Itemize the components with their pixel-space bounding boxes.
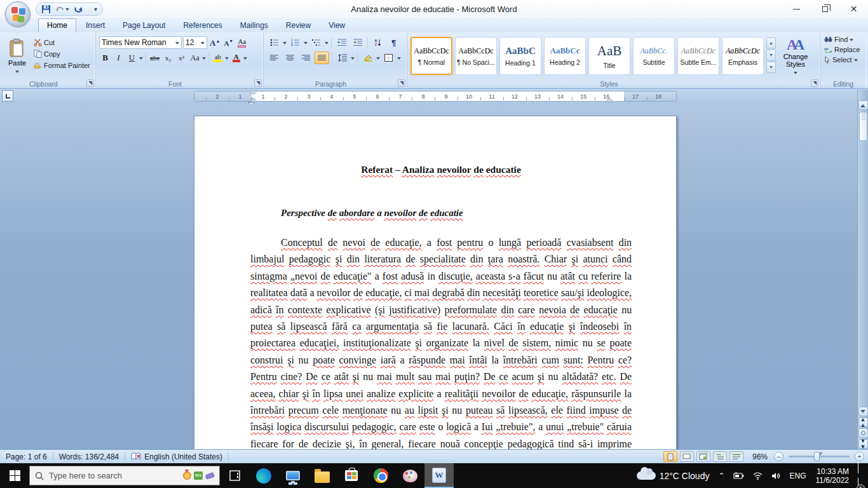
office-button[interactable] (5, 1, 31, 27)
action-center-button[interactable]: 1 (854, 462, 868, 488)
taskbar-this-pc[interactable] (278, 463, 308, 488)
undo-button[interactable] (55, 5, 69, 13)
numbering-dropdown-arrow[interactable] (304, 42, 308, 46)
outline-view-button[interactable] (713, 451, 727, 462)
paragraph-dialog-launcher[interactable]: ◥ (398, 79, 405, 87)
tab-page-layout[interactable]: Page Layout (114, 19, 173, 32)
zoom-out-button[interactable]: – (774, 452, 783, 461)
language-indicator[interactable]: ENG (785, 463, 810, 488)
styles-scroll-up[interactable]: ▲ (766, 37, 776, 49)
underline-button[interactable]: U (126, 51, 138, 64)
zoom-in-button[interactable]: + (855, 452, 864, 461)
font-name-combo[interactable]: Times New Roman (99, 36, 182, 49)
subscript-button[interactable]: x₂ (162, 51, 174, 64)
minimize-button[interactable] (782, 0, 811, 18)
style-no-spacing[interactable]: AaBbCcDc¶ No Spaci... (455, 37, 497, 75)
borders-button[interactable] (381, 51, 396, 64)
document-paragraph[interactable]: Conceptul de nevoi de educaţie, a fost p… (250, 234, 632, 449)
borders-dropdown-arrow[interactable] (397, 57, 401, 62)
highlight-dropdown-arrow[interactable] (225, 57, 229, 62)
draft-view-button[interactable] (729, 451, 743, 462)
start-button[interactable] (0, 463, 29, 488)
jersey-icon[interactable]: 521 (194, 471, 203, 480)
proofing-status[interactable]: English (United States) (125, 450, 228, 463)
underline-dropdown-arrow[interactable] (139, 57, 143, 62)
multilevel-dropdown-arrow[interactable] (325, 42, 329, 46)
styles-gallery-more[interactable]: ▼ (766, 62, 776, 73)
volume-indicator[interactable] (767, 463, 785, 488)
close-button[interactable]: ✕ (839, 0, 868, 18)
change-case-button[interactable]: Aa (189, 51, 201, 64)
taskbar-edge[interactable] (249, 463, 278, 488)
taskbar-paint[interactable] (395, 463, 424, 488)
paste-dropdown-arrow[interactable] (15, 71, 19, 75)
bullets-dropdown-arrow[interactable] (283, 42, 287, 46)
right-indent-marker[interactable] (606, 95, 613, 102)
horizontal-ruler[interactable]: 21 12345678910111213141516 1718 (194, 91, 677, 102)
previous-page-button[interactable]: ▲▲ (858, 417, 868, 427)
style-heading-1[interactable]: AaBbCHeading 1 (499, 37, 541, 75)
battery-indicator[interactable] (729, 463, 749, 488)
word-count[interactable]: Words: 136/2,484 (53, 450, 125, 463)
align-right-button[interactable] (299, 51, 313, 64)
tab-stop-selector[interactable] (2, 90, 13, 102)
style-subtitle[interactable]: AaBbCc.Subtitle (633, 37, 675, 75)
copy-button[interactable]: Copy (32, 49, 92, 58)
medal-icon[interactable] (183, 471, 191, 480)
change-styles-button[interactable]: AA Change Styles (777, 35, 814, 76)
line-spacing-dropdown-arrow[interactable] (351, 57, 355, 62)
grow-font-button[interactable]: A▲ (208, 36, 221, 49)
page-indicator[interactable]: Page: 1 of 6 (0, 450, 53, 463)
style-subtle-emphasis[interactable]: AaBbCcDcSubtle Em... (677, 37, 719, 75)
taskbar-file-explorer[interactable] (308, 463, 337, 488)
format-painter-button[interactable]: Format Painter (32, 60, 92, 70)
tab-review[interactable]: Review (278, 19, 319, 32)
styles-scroll-down[interactable]: ▼ (766, 50, 776, 61)
align-left-button[interactable] (267, 51, 281, 64)
style-heading-2[interactable]: AaBbCcHeading 2 (544, 37, 586, 75)
align-center-button[interactable] (283, 51, 297, 64)
font-size-combo[interactable]: 12 (183, 36, 207, 49)
styles-dialog-launcher[interactable]: ◥ (811, 79, 818, 87)
taskbar-word-active[interactable]: W (424, 463, 454, 488)
show-hide-pilcrow-button[interactable]: ¶ (386, 36, 401, 49)
undo-dropdown-arrow[interactable] (65, 8, 69, 13)
select-button[interactable]: Select (822, 55, 864, 64)
tab-insert[interactable]: Insert (78, 19, 113, 32)
paste-button[interactable]: Paste (3, 35, 32, 79)
qat-customize-button[interactable]: ▾ (94, 6, 97, 13)
select-browse-object-button[interactable] (858, 428, 868, 438)
save-button[interactable] (41, 4, 51, 14)
replace-button[interactable]: ab Replace (822, 45, 864, 54)
scroll-thumb[interactable] (859, 112, 867, 141)
style-title[interactable]: AaBTitle (588, 37, 630, 75)
document-page[interactable]: Referat – Analiza nevoilor de educatie P… (194, 116, 677, 449)
font-color-button[interactable]: A (230, 51, 242, 64)
vertical-scrollbar[interactable]: ▲▲ ▼▼ (857, 90, 868, 449)
bold-button[interactable]: B (99, 51, 111, 64)
next-page-button[interactable]: ▼▼ (858, 439, 868, 449)
find-button[interactable]: Find (822, 35, 864, 44)
decrease-indent-button[interactable] (334, 36, 349, 49)
redo-button[interactable] (74, 5, 83, 14)
scroll-up-button[interactable] (858, 100, 868, 110)
print-layout-view-button[interactable] (663, 451, 677, 462)
zoom-level[interactable]: 96% (752, 452, 768, 461)
cut-button[interactable]: Cut (32, 37, 92, 47)
font-color-dropdown-arrow[interactable] (243, 57, 247, 62)
document-body[interactable]: Conceptul de nevoi de educaţie, a fost p… (250, 234, 632, 449)
change-case-dropdown-arrow[interactable] (202, 57, 206, 62)
justify-button[interactable] (315, 51, 329, 64)
font-dialog-launcher[interactable]: ◥ (254, 79, 262, 87)
tab-references[interactable]: References (175, 19, 230, 32)
weather-widget[interactable]: 12°C Cloudy (632, 463, 714, 488)
document-subtitle[interactable]: Perspective de abordare a nevoilor de ed… (250, 208, 632, 219)
web-layout-view-button[interactable] (696, 451, 710, 462)
shoe-icon[interactable] (205, 471, 215, 479)
document-title[interactable]: Referat – Analiza nevoilor de educatie (250, 164, 632, 175)
shading-dropdown-arrow[interactable] (376, 57, 380, 62)
zoom-slider[interactable] (789, 456, 850, 458)
scroll-down-button[interactable] (858, 407, 868, 416)
zoom-slider-thumb[interactable] (814, 452, 820, 461)
increase-indent-button[interactable] (350, 36, 365, 49)
